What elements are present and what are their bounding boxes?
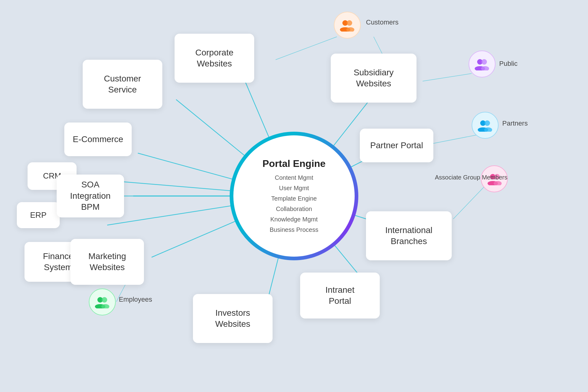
customers-label: Customers — [366, 18, 398, 26]
partners-label: Partners — [502, 119, 528, 127]
portal-engine-item-1: Content Mgmt — [275, 173, 313, 182]
partners-icon-circle — [472, 112, 499, 139]
node-marketing-websites: Marketing Websites — [70, 239, 144, 285]
node-intranet-portal: Intranet Portal — [300, 273, 380, 318]
node-soa: SOA Integration BPM — [57, 175, 124, 217]
node-customer-service: Customer Service — [83, 60, 162, 109]
svg-line-13 — [276, 37, 337, 60]
node-subsidiary-websites: Subsidiary Websites — [331, 54, 417, 103]
svg-point-24 — [481, 59, 487, 65]
public-label: Public — [499, 60, 518, 68]
node-corporate-websites: Corporate Websites — [175, 34, 254, 83]
svg-line-15 — [423, 74, 472, 81]
portal-engine-item-6: Business Process — [270, 225, 318, 234]
associate-label: Associate Group Members — [435, 174, 507, 181]
center-node: Portal Engine Content Mgmt User Mgmt Tem… — [230, 132, 358, 260]
svg-point-36 — [102, 297, 107, 303]
portal-engine-item-4: Collaboration — [276, 204, 312, 213]
portal-engine-item-3: Template Engine — [271, 194, 317, 203]
node-investors-websites: Investors Websites — [193, 294, 273, 343]
diagram-container: Portal Engine Content Mgmt User Mgmt Tem… — [0, 0, 588, 392]
node-international-branches: International Branches — [366, 211, 452, 260]
node-ecommerce: E-Commerce — [64, 123, 132, 156]
portal-engine-item-5: Knowledge Mgmt — [270, 215, 318, 224]
svg-point-20 — [347, 20, 352, 26]
node-partner-portal: Partner Portal — [360, 129, 433, 162]
node-erp: ERP — [17, 202, 60, 228]
public-icon-circle — [469, 51, 496, 77]
portal-engine-title: Portal Engine — [262, 158, 326, 169]
employees-label: Employees — [119, 296, 152, 303]
employees-icon-circle — [89, 288, 116, 315]
portal-engine-item-2: User Mgmt — [279, 183, 309, 193]
svg-point-28 — [484, 120, 490, 126]
customers-icon-circle — [334, 12, 361, 39]
